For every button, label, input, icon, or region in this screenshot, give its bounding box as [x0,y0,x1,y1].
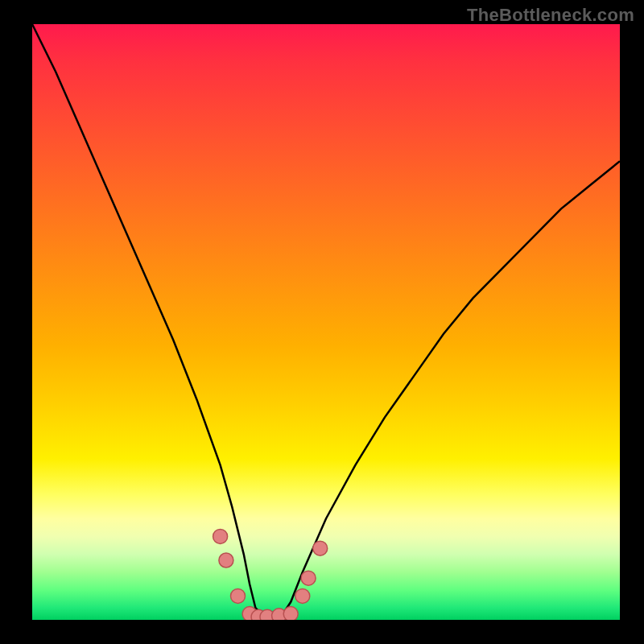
data-point [231,588,246,603]
chart-frame: TheBottleneck.com [0,0,644,644]
bottleneck-curve [32,24,620,620]
data-point [213,529,228,543]
data-point [301,571,316,585]
curve-markers [213,529,328,620]
data-point [219,553,233,568]
data-point [283,607,298,620]
bottleneck-curve-svg [32,24,620,620]
data-point [313,541,328,555]
watermark-text: TheBottleneck.com [467,5,634,26]
plot-area [32,24,620,620]
data-point [295,588,310,603]
